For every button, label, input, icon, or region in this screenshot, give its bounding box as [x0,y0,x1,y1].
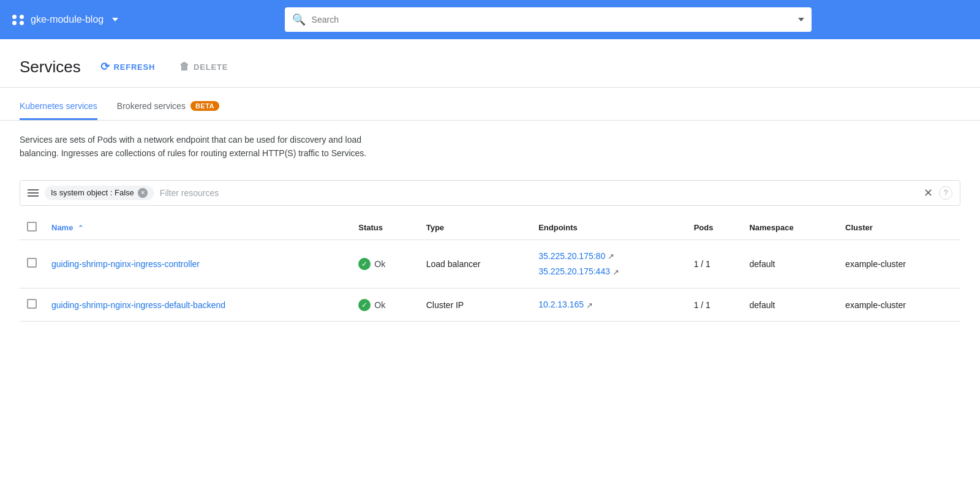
delete-button[interactable]: 🗑 DELETE [175,58,233,76]
row-cluster: example-cluster [838,239,960,288]
chip-close-button[interactable]: ✕ [138,188,148,198]
table-row: guiding-shrimp-nginx-ingress-controller✓… [20,239,960,288]
table-container: Name ⌃ Status Type Endpoints Pods Namesp… [0,216,980,322]
col-type: Type [419,216,531,240]
search-bar: 🔍 [285,7,812,32]
row-checkbox-cell[interactable] [20,288,44,322]
row-type: Load balancer [419,239,531,288]
filter-help-button[interactable]: ? [939,186,952,200]
row-cluster: example-cluster [838,288,960,322]
endpoint-link[interactable]: 35.225.20.175:443 [538,266,610,276]
row-name[interactable]: guiding-shrimp-nginx-ingress-default-bac… [44,288,351,322]
filter-input[interactable]: Filter resources [160,188,918,198]
project-dropdown-icon [112,18,118,21]
search-input[interactable] [312,15,792,24]
search-chevron-icon [798,18,804,21]
col-pods: Pods [687,216,742,240]
row-status: ✓Ok [351,288,418,322]
col-endpoints: Endpoints [531,216,686,240]
refresh-button[interactable]: ⟳ REFRESH [96,56,160,77]
endpoint-link[interactable]: 35.225.20.175:80 [538,251,605,261]
table-header-row: Name ⌃ Status Type Endpoints Pods Namesp… [20,216,960,240]
row-checkbox-cell[interactable] [20,239,44,288]
select-all-checkbox[interactable] [27,222,37,232]
filter-chip[interactable]: Is system object : False ✕ [45,186,154,200]
row-pods: 1 / 1 [687,239,742,288]
services-table: Name ⌃ Status Type Endpoints Pods Namesp… [20,216,960,322]
external-link-icon: ↗ [612,265,619,279]
row-endpoints: 10.2.13.165↗ [531,288,686,322]
beta-badge: BETA [190,101,219,111]
project-selector[interactable]: gke-module-blog [12,14,118,25]
sort-arrow-icon: ⌃ [78,224,83,232]
row-namespace: default [742,288,838,322]
tabs-row: Kubernetes services Brokered services BE… [0,92,980,121]
select-all-header[interactable] [20,216,44,240]
page-header: Services ⟳ REFRESH 🗑 DELETE [0,39,980,88]
row-checkbox[interactable] [27,258,37,268]
col-namespace: Namespace [742,216,838,240]
search-icon: 🔍 [292,13,306,26]
row-namespace: default [742,239,838,288]
row-name[interactable]: guiding-shrimp-nginx-ingress-controller [44,239,351,288]
status-ok-icon: ✓ [358,299,371,311]
filter-bar: Is system object : False ✕ Filter resour… [20,180,960,206]
col-name[interactable]: Name ⌃ [44,216,351,240]
external-link-icon: ↗ [608,249,614,263]
tab-brokered-services[interactable]: Brokered services BETA [117,92,219,120]
table-row: guiding-shrimp-nginx-ingress-default-bac… [20,288,960,322]
status-ok-icon: ✓ [358,258,371,270]
filter-clear-button[interactable]: ✕ [924,186,933,200]
row-endpoints: 35.225.20.175:80↗35.225.20.175:443↗ [531,239,686,288]
top-bar: gke-module-blog 🔍 [0,0,980,39]
row-checkbox[interactable] [27,299,37,309]
col-status: Status [351,216,418,240]
row-status: ✓Ok [351,239,418,288]
google-dots-icon [12,15,24,25]
filter-lines-icon[interactable] [28,189,39,197]
row-type: Cluster IP [419,288,531,322]
delete-icon: 🗑 [179,61,190,72]
col-cluster: Cluster [838,216,960,240]
tab-kubernetes-services[interactable]: Kubernetes services [20,92,97,120]
external-link-icon: ↗ [586,298,593,312]
endpoint-link[interactable]: 10.2.13.165 [538,300,584,309]
project-name: gke-module-blog [31,14,104,25]
row-pods: 1 / 1 [687,288,742,322]
description: Services are sets of Pods with a network… [0,121,417,175]
page-title: Services [20,58,81,77]
refresh-icon: ⟳ [100,60,110,74]
